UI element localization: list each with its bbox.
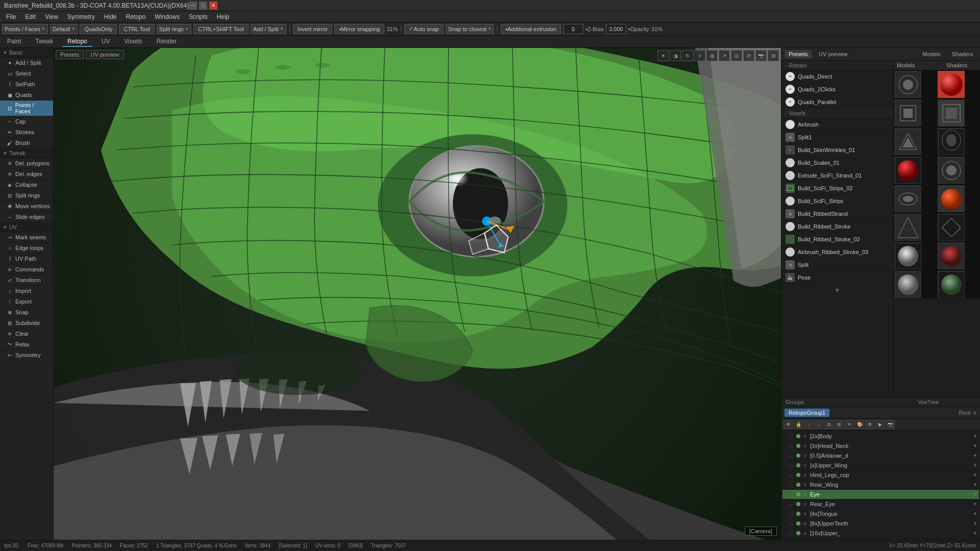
thumb-model-1[interactable]: [894, 70, 922, 98]
thumb-model-7[interactable]: [894, 242, 922, 270]
z-bias-input[interactable]: [606, 24, 626, 34]
extrusion-value-input[interactable]: [563, 24, 583, 34]
add-split-dropdown[interactable]: Add / Split ▼: [251, 24, 286, 34]
vp-tool-btn-3[interactable]: ↻: [682, 50, 693, 61]
tree-item-upper-wing[interactable]: – V [x]Upper_Wing +: [782, 461, 979, 470]
quads-only-button[interactable]: QuadsOnly: [80, 24, 117, 34]
menu-scripts[interactable]: Scripts: [185, 12, 212, 21]
preset-quads-direct[interactable]: ━ Quads_Direct: [781, 70, 893, 83]
sidebar-item-del-edges[interactable]: ✕ Del. edges: [0, 169, 53, 180]
add-btn[interactable]: +: [973, 462, 977, 469]
add-btn[interactable]: +: [973, 539, 977, 540]
add-btn[interactable]: +: [973, 510, 977, 517]
add-btn[interactable]: +: [973, 433, 977, 440]
vp-tool-btn-10[interactable]: ⚙: [768, 50, 779, 61]
tree-ctrl-settings[interactable]: ⚙: [865, 420, 874, 429]
sidebar-item-split-rings[interactable]: ⊟ Split rings: [0, 190, 53, 201]
menu-edit[interactable]: Edit: [21, 12, 40, 21]
tree-ctrl-duplicate[interactable]: ⧉: [824, 420, 834, 429]
preset-split1[interactable]: ⊕ Split1: [781, 131, 893, 144]
tree-item-lower-teeth[interactable]: – V Lower_Teeth +: [782, 538, 979, 540]
menu-hide[interactable]: Hide: [100, 12, 121, 21]
tab-voxels[interactable]: Voxels: [119, 37, 147, 47]
vp-tool-btn-4[interactable]: +: [694, 50, 705, 61]
menu-help[interactable]: Help: [213, 12, 234, 21]
sidebar-item-subdivide[interactable]: ⊞ Subdivide: [0, 318, 53, 329]
sidebar-item-uv-path[interactable]: ⌇ UV Path: [0, 254, 53, 264]
tree-item-rear-eye[interactable]: – V Rear_Eye +: [782, 499, 979, 509]
preset-quads-2clicks[interactable]: ━ Quads_2Clicks: [781, 83, 893, 96]
thumb-shader-6[interactable]: [937, 213, 965, 241]
mirror-snapping-button[interactable]: •Mirror snapping: [334, 24, 384, 34]
vp-tool-btn-7[interactable]: ◎: [731, 50, 742, 61]
preset-airbrush-ribbed[interactable]: Airbrush_Ribbed_Stroke_03: [781, 246, 893, 259]
preset-airbrush[interactable]: Airbrush: [781, 118, 893, 131]
tree-item-upper-teeth[interactable]: – S [8x]UpperTeeth +: [782, 519, 979, 529]
uv-section[interactable]: ▼ UV: [0, 222, 53, 232]
sidebar-item-brush[interactable]: 🖌 Brush: [0, 138, 53, 148]
tree-ctrl-down[interactable]: ↓: [814, 420, 823, 429]
sidebar-item-export[interactable]: ↑ Export: [0, 296, 53, 307]
preset-build-ribbedstrand[interactable]: ⊕ Build_RibbedStrand: [781, 208, 893, 220]
default-dropdown[interactable]: Default ▼: [50, 24, 78, 34]
sidebar-item-points-faces[interactable]: ⊡ Points / Faces: [0, 101, 53, 116]
tab-tweak[interactable]: Tweak: [30, 37, 58, 47]
sidebar-item-strokes[interactable]: ✏ Strokes: [0, 127, 53, 138]
invert-mirror-button[interactable]: Invert mirror: [293, 24, 332, 34]
thumb-model-8[interactable]: [894, 270, 922, 298]
preset-build-ribbed-stroke[interactable]: Build_Ribbed_Stroke: [781, 220, 893, 233]
menu-file[interactable]: File: [2, 12, 20, 21]
vp-tool-btn-9[interactable]: 📷: [755, 50, 767, 61]
thumb-shader-4[interactable]: [937, 156, 965, 184]
sidebar-item-snap[interactable]: ⊕ Snap: [0, 307, 53, 318]
split-rings-dropdown[interactable]: Split rings ▼: [157, 24, 191, 34]
tree-ctrl-camera[interactable]: 📷: [886, 420, 895, 429]
sidebar-item-select[interactable]: ▭ Select: [0, 68, 53, 79]
thumb-shader-3[interactable]: [937, 128, 965, 156]
preset-extrude-scifi[interactable]: Extrude_SciFi_Strand_01: [781, 169, 893, 182]
uv-preview-panel-tab[interactable]: UV preview: [815, 50, 851, 58]
tree-ctrl-merge[interactable]: ⊞: [835, 420, 844, 429]
sidebar-item-quads[interactable]: ▣ Quads: [0, 90, 53, 101]
camera-label[interactable]: [Camera]: [745, 527, 777, 536]
sidebar-item-commands[interactable]: ≡ Commands: [0, 264, 53, 275]
thumb-model-2[interactable]: [894, 99, 922, 127]
thumb-shader-8[interactable]: [937, 270, 965, 298]
thumb-shader-7[interactable]: [937, 242, 965, 270]
sidebar-item-relax[interactable]: 〜 Relax: [0, 339, 53, 350]
vp-tool-btn-5[interactable]: ⊕: [706, 50, 718, 61]
tree-ctrl-play[interactable]: ▶: [875, 420, 885, 429]
presets-tab[interactable]: Presets: [56, 50, 84, 59]
points-faces-dropdown[interactable]: Points / Faces ▼: [2, 24, 48, 34]
retopo-section-header[interactable]: – Retopo: [781, 61, 893, 70]
sidebar-item-import[interactable]: ↓ Import: [0, 286, 53, 296]
sidebar-item-add-split[interactable]: ✦ Add / Split: [0, 58, 53, 68]
tree-item-body[interactable]: – V [2x]Body +: [782, 432, 979, 441]
menu-windows[interactable]: Windows: [151, 12, 184, 21]
tree-item-upper[interactable]: – S [16x]Upper_ +: [782, 529, 979, 538]
sidebar-item-selpath[interactable]: ⌇ SelPath: [0, 79, 53, 90]
presets-panel-tab[interactable]: Presets: [785, 50, 812, 58]
preset-build-scifi-strips-02[interactable]: Build_SciFi_Strips_02: [781, 182, 893, 195]
tab-render[interactable]: Render: [152, 37, 182, 47]
tree-ctrl-lock[interactable]: 🔒: [794, 420, 803, 429]
close-button[interactable]: ✕: [209, 2, 217, 10]
sidebar-item-cap[interactable]: ⌢ Cap: [0, 116, 53, 127]
tab-uv[interactable]: UV: [96, 37, 115, 47]
preset-split[interactable]: ⊕ Split: [781, 259, 893, 271]
vp-tool-btn-8[interactable]: ⟳: [743, 50, 754, 61]
preset-build-scales[interactable]: Build_Scales_01: [781, 157, 893, 169]
tree-ctrl-eye[interactable]: 👁: [783, 420, 793, 429]
sidebar-item-slide-edges[interactable]: ↔ Slide edges: [0, 212, 53, 222]
sidebar-item-mark-seams[interactable]: ⊸ Mark seams: [0, 232, 53, 243]
snap-to-closest-dropdown[interactable]: Snap to closest ▼: [446, 24, 494, 34]
root-add-btn[interactable]: +: [973, 409, 977, 417]
sidebar-item-collapse[interactable]: ◈ Collapse: [0, 180, 53, 190]
tweak-section[interactable]: ▼ Tweak: [0, 148, 53, 158]
thumb-model-3[interactable]: [894, 128, 922, 156]
tree-item-rear-wing[interactable]: – V Rear_Wing +: [782, 480, 979, 490]
preset-quads-parallel[interactable]: ━ Quads_Parallel: [781, 96, 893, 109]
thumb-model-6[interactable]: [894, 213, 922, 241]
sidebar-item-edge-loops[interactable]: ○ Edge loops: [0, 243, 53, 254]
thumb-model-4[interactable]: [894, 156, 922, 184]
